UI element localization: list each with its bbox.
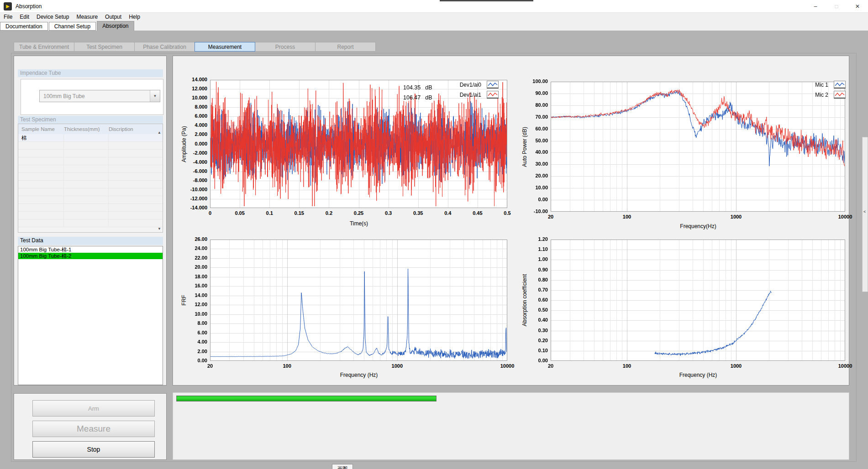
right-splitter-strip[interactable]: < bbox=[862, 137, 868, 292]
table-row-empty bbox=[18, 181, 163, 188]
tab-absorption[interactable]: Absorption bbox=[97, 21, 134, 31]
c3-x-tick: 20 bbox=[196, 363, 224, 369]
legend-dev1-ai1[interactable]: Dev1/ai1 bbox=[445, 91, 499, 99]
list-item[interactable]: 100mm Big Tube-棉-1 bbox=[18, 246, 163, 253]
cell-thickness bbox=[64, 134, 109, 141]
tab-documentation[interactable]: Documentation bbox=[0, 22, 48, 31]
c2-y-tick: 60.00 bbox=[514, 126, 548, 131]
menu-edit[interactable]: Edit bbox=[16, 13, 33, 21]
c1-x-tick: 0 bbox=[196, 210, 224, 216]
line-style-icon bbox=[834, 81, 846, 89]
left-sidebar-panel: Impendace Tube 100mm Big Tube ▼ Test Spe… bbox=[14, 56, 167, 386]
hidden-bottom-tab[interactable]: 画图 bbox=[332, 464, 353, 469]
app-icon: ▶ bbox=[4, 2, 12, 10]
table-row-empty bbox=[18, 142, 163, 150]
collapse-left-icon[interactable]: < bbox=[863, 209, 866, 214]
table-row-empty bbox=[18, 204, 163, 212]
menu-device-setup[interactable]: Device Setup bbox=[33, 13, 73, 21]
auto-power-chart bbox=[551, 82, 845, 212]
subtab-report[interactable]: Report bbox=[315, 42, 376, 52]
c1-y-tick: 4.000 bbox=[174, 122, 207, 128]
impedance-tube-header: Impendace Tube bbox=[18, 69, 163, 77]
c4-y-tick: 0.10 bbox=[514, 348, 548, 353]
subtab-phase-calibration[interactable]: Phase Calibration bbox=[134, 42, 195, 52]
close-button[interactable]: ✕ bbox=[847, 0, 868, 13]
reading-value: 106.47 bbox=[403, 94, 421, 101]
subtab-measurement[interactable]: Measurement bbox=[195, 42, 255, 52]
subtab-tube-environment[interactable]: Tube & Environment bbox=[14, 42, 74, 52]
c1-x-tick: 0.25 bbox=[345, 210, 373, 216]
c3-y-tick: 0.00 bbox=[174, 358, 207, 363]
c4-x-axis-title: Frequency (Hz) bbox=[639, 372, 758, 378]
c3-x-axis-title: Frequency (Hz) bbox=[300, 372, 418, 378]
test-data-header: Test Data bbox=[18, 237, 163, 245]
menu-file[interactable]: File bbox=[0, 13, 16, 21]
tab-channel-setup[interactable]: Channel Setup bbox=[49, 22, 96, 31]
measure-button[interactable]: Measure bbox=[32, 421, 155, 437]
c4-y-tick: 0.00 bbox=[514, 358, 548, 363]
table-row-empty bbox=[18, 212, 163, 219]
c2-y-tick: 30.00 bbox=[514, 161, 548, 167]
stop-button[interactable]: Stop bbox=[32, 441, 155, 458]
c1-x-tick: 0.05 bbox=[226, 210, 253, 216]
menu-output[interactable]: Output bbox=[101, 13, 125, 21]
c1-y-tick: 2.000 bbox=[174, 131, 207, 137]
test-specimen-table[interactable]: Sample Name Thickness(mm) Discription 棉 … bbox=[18, 124, 163, 233]
tube-select-dropdown[interactable]: 100mm Big Tube ▼ bbox=[39, 90, 160, 102]
col-discription: Discription bbox=[109, 126, 151, 132]
c1-y-tick: 8.000 bbox=[174, 104, 207, 109]
c4-y-tick: 0.90 bbox=[514, 267, 548, 272]
subtab-test-specimen[interactable]: Test Specimen bbox=[74, 42, 135, 52]
c4-y-tick: 0.40 bbox=[514, 317, 548, 323]
test-data-list[interactable]: 100mm Big Tube-棉-1 100mm Big Tube-棉-2 bbox=[18, 246, 163, 385]
cell-discription bbox=[109, 134, 151, 141]
c1-y-tick: -6.000 bbox=[174, 168, 207, 174]
legend-dev1-ai0[interactable]: Dev1/ai0 bbox=[445, 81, 499, 89]
table-row-empty bbox=[18, 157, 163, 165]
c3-y-tick: 6.00 bbox=[174, 330, 207, 335]
line-style-icon bbox=[834, 91, 846, 99]
scroll-down-icon[interactable]: ▼ bbox=[158, 227, 161, 231]
c2-y-tick: 80.00 bbox=[514, 102, 548, 108]
c2-y-tick: 20.00 bbox=[514, 173, 548, 178]
c2-y-tick: 40.00 bbox=[514, 149, 548, 155]
list-item-selected[interactable]: 100mm Big Tube-棉-2 bbox=[18, 253, 163, 259]
table-row[interactable]: 棉 bbox=[18, 134, 163, 142]
chevron-down-icon[interactable]: ▼ bbox=[150, 90, 160, 102]
c4-y-tick: 0.70 bbox=[514, 287, 548, 292]
c1-y-tick: -14.000 bbox=[174, 205, 207, 210]
scroll-up-icon[interactable]: ▲ bbox=[158, 130, 161, 135]
legend-label: Dev1/ai0 bbox=[445, 82, 481, 88]
menu-measure[interactable]: Measure bbox=[73, 13, 101, 21]
c3-y-tick: 26.00 bbox=[174, 236, 207, 242]
level-reading-ai1: 106.47 dB bbox=[403, 94, 432, 101]
reading-unit: dB bbox=[425, 84, 432, 91]
minimize-button[interactable]: – bbox=[805, 0, 826, 13]
c3-x-tick: 1000 bbox=[384, 363, 411, 369]
legend-label: Dev1/ai1 bbox=[445, 92, 481, 98]
c3-y-tick: 24.00 bbox=[174, 245, 207, 251]
legend-label: Mic 1 bbox=[792, 82, 828, 88]
table-row-empty bbox=[18, 188, 163, 196]
subtab-process[interactable]: Process bbox=[255, 42, 316, 52]
progress-bar-fill bbox=[177, 396, 436, 401]
table-row-empty bbox=[18, 165, 163, 173]
maximize-button[interactable]: □ bbox=[826, 0, 847, 13]
arm-button[interactable]: Arm bbox=[32, 400, 155, 417]
c1-x-axis-title: Time(s) bbox=[300, 220, 418, 227]
reading-value: 104.35 bbox=[403, 84, 421, 91]
c2-x-axis-title: Frequency(Hz) bbox=[639, 223, 758, 229]
menu-bar: File Edit Device Setup Measure Output He… bbox=[0, 13, 868, 21]
c4-y-tick: 0.20 bbox=[514, 338, 548, 343]
c1-y-tick: 14.000 bbox=[174, 77, 207, 82]
charts-panel: Amplitude (Pa) Time(s) Auto Power (dB) F… bbox=[173, 56, 849, 386]
content-area: Tube & Environment Test Specimen Phase C… bbox=[0, 31, 868, 469]
c3-x-tick: 100 bbox=[274, 363, 301, 369]
progress-bar bbox=[176, 396, 437, 401]
c4-x-tick: 20 bbox=[537, 363, 564, 369]
legend-mic-2[interactable]: Mic 2 bbox=[792, 91, 846, 99]
c3-y-tick: 16.00 bbox=[174, 283, 207, 288]
menu-help[interactable]: Help bbox=[125, 13, 144, 21]
legend-mic-1[interactable]: Mic 1 bbox=[792, 81, 846, 89]
c2-x-tick: 20 bbox=[537, 214, 564, 219]
